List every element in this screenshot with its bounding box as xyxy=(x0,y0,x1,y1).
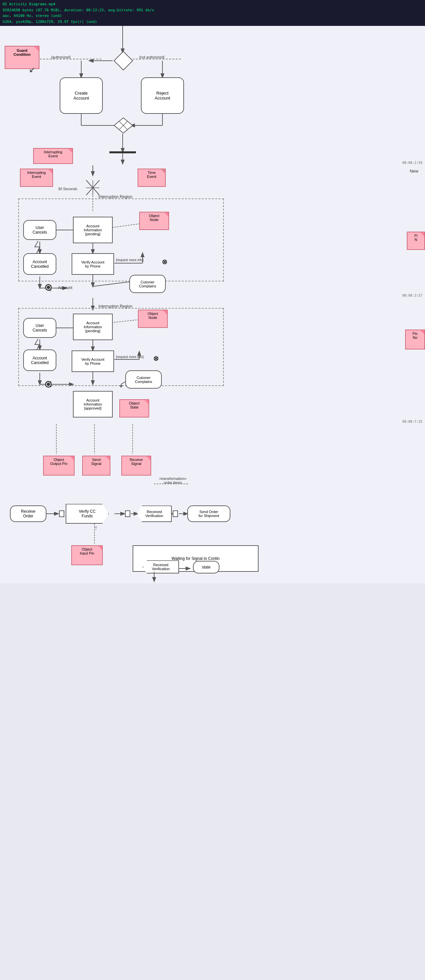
not-authorized-label: [not authorized] xyxy=(139,55,165,59)
create-account-node: CreateAccount xyxy=(60,77,103,114)
bottom-arrow-sec4 xyxy=(151,572,157,584)
interrupting-event-note-sec2: InterruptingEvent xyxy=(20,169,53,187)
guard-condition-note: GuardCondition ↙ xyxy=(5,46,40,69)
video-header: 02 Activity Diagrams.mp4 92024698 bytes … xyxy=(0,0,425,26)
thirty-seconds-label: 30 Seconds xyxy=(58,187,77,191)
svg-line-26 xyxy=(93,282,133,286)
video-size: 92024698 bytes (87.76 MiB), duration: 00… xyxy=(3,7,422,13)
account-information-pending-sec2: AccountInformation[pending] xyxy=(73,217,113,243)
plus-sign-sec3: + xyxy=(119,383,123,390)
verify-account-by-phone-sec2: Verify Accountby Phone xyxy=(71,253,114,275)
account-information-pending-sec3: AccountInformation[pending] xyxy=(73,313,113,340)
section-4: ObjectOutput Pin SendSignal ReceiveSigna… xyxy=(0,424,425,584)
flow-no-sec2: FlN xyxy=(407,232,425,250)
send-order-for-shipment-node: Send Orderfor Shipment xyxy=(187,506,230,522)
send-signal-note: SendSignal xyxy=(82,456,110,476)
account-label-sec2: Account xyxy=(58,285,72,290)
video-video: h264, yuv420p, 1280x720, 29.97 fps(r) (u… xyxy=(3,19,422,25)
verify-account-by-phone-sec3: Verify Accountby Phone xyxy=(71,350,114,372)
interruption-region-label-sec3: Interruption Region xyxy=(98,304,132,309)
received-verification-node: ReceivedVerification xyxy=(137,506,172,522)
verify-cc-funds-node: Verify CCFunds xyxy=(66,504,109,524)
section-2: InterruptingEvent 30 Seconds TimeEvent N… xyxy=(0,165,425,298)
join-node-sec2 xyxy=(45,284,52,291)
state-node: state xyxy=(193,561,219,573)
transformation-label: «transformation»order.items xyxy=(159,477,187,485)
object-output-pin-note: ObjectOutput Pin xyxy=(43,456,75,476)
output-pin-right xyxy=(125,511,130,517)
object-input-pin-note: ObjectInput Pin xyxy=(71,545,103,565)
authorized-label: [authorized] xyxy=(51,55,70,59)
waiting-arrow xyxy=(179,565,192,572)
object-node-note-sec3: ObjectNode xyxy=(138,310,168,328)
flow-no-sec3: FloNo xyxy=(405,329,425,350)
decision-diamond-top xyxy=(113,51,133,72)
destroy-node-sec3: ⊗ xyxy=(153,355,159,363)
object-state-note-sec3: ObjectState xyxy=(119,399,149,417)
destroy-node-sec2: ⊗ xyxy=(162,258,167,266)
account-information-approved-sec3: AccountInformation[approved] xyxy=(73,391,113,417)
reject-account-node: RejectAccount xyxy=(141,77,184,114)
svg-rect-11 xyxy=(109,151,136,153)
video-audio: aac, 44100 Hz, stereo (und) xyxy=(3,13,422,19)
new-label: New xyxy=(410,169,419,173)
time-event-note-sec2: TimeEvent xyxy=(138,169,166,187)
join-diamond xyxy=(113,117,133,135)
interrupting-event-note-sec1: InterruptingEvent xyxy=(33,148,73,164)
account-cancelled-sec3: AccountCancelled xyxy=(23,350,56,371)
received-verif-pin xyxy=(173,511,178,517)
svg-marker-13 xyxy=(114,51,133,70)
timestamp-2: 00:00:3:57 xyxy=(403,294,422,298)
section-1: GuardCondition ↙ [authorized] [not autho… xyxy=(0,26,425,165)
waiting-for-signal-label: Waiting for Signal to Contin xyxy=(172,556,220,561)
receive-signal-note: ReceiveSignal xyxy=(121,456,151,476)
join-node-sec3 xyxy=(45,381,52,388)
lightning-sec3 xyxy=(33,339,46,350)
waiting-received-verification: ReceivedVerification xyxy=(143,560,179,573)
user-cancels-sec3: UserCancels xyxy=(23,318,56,338)
account-cancelled-sec2: AccountCancelled xyxy=(23,253,56,275)
cursor-pointer: ↑ xyxy=(95,524,97,531)
receive-order-node: ReceiveOrder xyxy=(10,506,46,522)
object-node-note-sec2: ObjectNode xyxy=(139,212,169,230)
request-more-info-sec3: [request more info] xyxy=(116,355,144,359)
video-filename: 02 Activity Diagrams.mp4 xyxy=(3,1,422,7)
section-3: Interruption Region UserCancels AccountI… xyxy=(0,298,425,424)
interruption-region-label-sec2: Interruption Region xyxy=(98,194,132,199)
cutomer-complains-sec3: CutomerComplains xyxy=(125,371,162,389)
user-cancels-sec2: UserCancels xyxy=(23,220,56,240)
timestamp-3: 00:00:7:25 xyxy=(403,420,422,423)
request-more-info-sec2: [request more info] xyxy=(116,258,144,262)
cutomer-complains-sec2: CutomerComplains xyxy=(129,275,166,293)
lightning-sec2 xyxy=(33,241,46,253)
output-pin-left xyxy=(59,511,64,517)
timestamp-1: 00:00:2:59 xyxy=(403,161,422,165)
